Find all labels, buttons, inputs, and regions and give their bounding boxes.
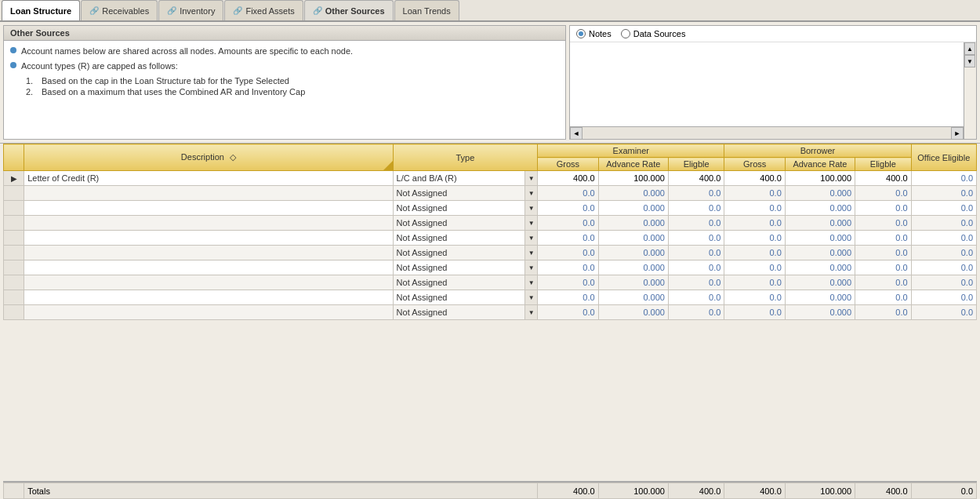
row-ex-gross[interactable]: 0.0 (538, 231, 598, 246)
row-office-eligible[interactable]: 0.0 (911, 260, 976, 275)
row-ex-eligible[interactable]: 0.0 (668, 305, 724, 320)
row-ex-eligible[interactable]: 400.0 (668, 171, 724, 186)
row-ex-adv-rate[interactable]: 0.000 (598, 231, 668, 246)
row-ex-eligible[interactable]: 0.0 (668, 186, 724, 201)
row-ex-eligible[interactable]: 0.0 (668, 201, 724, 216)
row-ex-adv-rate[interactable]: 0.000 (598, 275, 668, 290)
row-bo-eligible[interactable]: 0.0 (855, 290, 911, 305)
row-bo-gross[interactable]: 0.0 (724, 260, 785, 275)
row-type[interactable]: Not Assigned▼ (393, 246, 538, 260)
row-description[interactable] (24, 216, 393, 231)
row-ex-gross[interactable]: 0.0 (538, 246, 598, 260)
row-description[interactable] (24, 305, 393, 320)
row-description[interactable] (24, 290, 393, 305)
row-description[interactable] (24, 275, 393, 290)
row-ex-eligible[interactable]: 0.0 (668, 290, 724, 305)
scroll-left-arrow[interactable]: ◄ (570, 127, 583, 140)
notes-textarea[interactable] (570, 42, 964, 126)
row-bo-adv-rate[interactable]: 0.000 (785, 246, 855, 260)
row-bo-gross[interactable]: 400.0 (724, 171, 785, 186)
row-office-eligible[interactable]: 0.0 (911, 305, 976, 320)
row-ex-eligible[interactable]: 0.0 (668, 231, 724, 246)
row-bo-gross[interactable]: 0.0 (724, 246, 785, 260)
type-dropdown-button[interactable]: ▼ (524, 275, 537, 290)
row-bo-gross[interactable]: 0.0 (724, 186, 785, 201)
row-office-eligible[interactable]: 0.0 (911, 171, 976, 186)
scroll-down-arrow[interactable]: ▼ (964, 55, 975, 67)
row-bo-gross[interactable]: 0.0 (724, 305, 785, 320)
row-ex-gross[interactable]: 0.0 (538, 216, 598, 231)
row-ex-gross[interactable]: 0.0 (538, 260, 598, 275)
row-ex-adv-rate[interactable]: 0.000 (598, 305, 668, 320)
scroll-up-arrow[interactable]: ▲ (964, 42, 975, 55)
row-office-eligible[interactable]: 0.0 (911, 201, 976, 216)
row-bo-eligible[interactable]: 0.0 (855, 246, 911, 260)
data-sources-radio[interactable]: Data Sources (621, 29, 686, 38)
col-header-description[interactable]: Description ◇ (24, 144, 393, 171)
type-dropdown-button[interactable]: ▼ (524, 231, 537, 245)
row-bo-eligible[interactable]: 0.0 (855, 186, 911, 201)
type-dropdown-button[interactable]: ▼ (524, 186, 537, 200)
tab-loan-trends[interactable]: Loan Trends (394, 0, 459, 20)
row-bo-gross[interactable]: 0.0 (724, 275, 785, 290)
row-bo-eligible[interactable]: 0.0 (855, 305, 911, 320)
tab-loan-structure[interactable]: Loan Structure (2, 0, 80, 20)
row-office-eligible[interactable]: 0.0 (911, 275, 976, 290)
row-ex-adv-rate[interactable]: 0.000 (598, 246, 668, 260)
row-type[interactable]: Not Assigned▼ (393, 231, 538, 246)
tab-receivables[interactable]: 🔗 Receivables (81, 0, 158, 20)
row-bo-adv-rate[interactable]: 0.000 (785, 275, 855, 290)
row-ex-adv-rate[interactable]: 0.000 (598, 260, 668, 275)
row-ex-gross[interactable]: 0.0 (538, 290, 598, 305)
row-description[interactable] (24, 246, 393, 260)
row-bo-adv-rate[interactable]: 0.000 (785, 305, 855, 320)
row-bo-gross[interactable]: 0.0 (724, 290, 785, 305)
row-ex-adv-rate[interactable]: 0.000 (598, 186, 668, 201)
row-ex-eligible[interactable]: 0.0 (668, 275, 724, 290)
row-bo-adv-rate[interactable]: 0.000 (785, 216, 855, 231)
type-dropdown-button[interactable]: ▼ (524, 305, 537, 319)
row-bo-eligible[interactable]: 0.0 (855, 260, 911, 275)
notes-scrollbar-vertical[interactable]: ▲ ▼ (964, 42, 976, 139)
type-dropdown-button[interactable]: ▼ (524, 246, 537, 260)
row-type[interactable]: Not Assigned▼ (393, 305, 538, 320)
row-bo-eligible[interactable]: 0.0 (855, 216, 911, 231)
row-type[interactable]: Not Assigned▼ (393, 260, 538, 275)
row-type[interactable]: Not Assigned▼ (393, 186, 538, 201)
row-expand-arrow[interactable]: ▶ (4, 171, 24, 186)
row-bo-eligible[interactable]: 0.0 (855, 275, 911, 290)
tab-inventory[interactable]: 🔗 Inventory (158, 0, 223, 20)
notes-scrollbar-horizontal[interactable]: ◄ ► (570, 126, 964, 139)
row-bo-eligible[interactable]: 400.0 (855, 171, 911, 186)
row-bo-adv-rate[interactable]: 0.000 (785, 201, 855, 216)
type-dropdown-button[interactable]: ▼ (524, 260, 537, 275)
row-bo-adv-rate[interactable]: 0.000 (785, 231, 855, 246)
row-description[interactable] (24, 231, 393, 246)
scroll-right-arrow[interactable]: ► (951, 127, 964, 140)
row-office-eligible[interactable]: 0.0 (911, 231, 976, 246)
tab-fixed-assets[interactable]: 🔗 Fixed Assets (224, 0, 303, 20)
row-ex-gross[interactable]: 0.0 (538, 201, 598, 216)
row-office-eligible[interactable]: 0.0 (911, 290, 976, 305)
type-dropdown-button[interactable]: ▼ (524, 201, 537, 215)
tab-other-sources[interactable]: 🔗 Other Sources (304, 0, 394, 20)
row-ex-eligible[interactable]: 0.0 (668, 216, 724, 231)
row-description[interactable]: Letter of Credit (R) (24, 171, 393, 186)
row-office-eligible[interactable]: 0.0 (911, 216, 976, 231)
row-ex-eligible[interactable]: 0.0 (668, 260, 724, 275)
row-bo-adv-rate[interactable]: 0.000 (785, 290, 855, 305)
row-bo-gross[interactable]: 0.0 (724, 216, 785, 231)
sort-icon[interactable]: ◇ (230, 152, 236, 162)
row-bo-eligible[interactable]: 0.0 (855, 201, 911, 216)
row-ex-gross[interactable]: 0.0 (538, 275, 598, 290)
row-bo-adv-rate[interactable]: 0.000 (785, 260, 855, 275)
row-bo-gross[interactable]: 0.0 (724, 231, 785, 246)
row-bo-gross[interactable]: 0.0 (724, 201, 785, 216)
row-bo-adv-rate[interactable]: 100.000 (785, 171, 855, 186)
row-ex-adv-rate[interactable]: 0.000 (598, 216, 668, 231)
row-office-eligible[interactable]: 0.0 (911, 186, 976, 201)
row-ex-gross[interactable]: 0.0 (538, 186, 598, 201)
row-office-eligible[interactable]: 0.0 (911, 246, 976, 260)
row-ex-eligible[interactable]: 0.0 (668, 246, 724, 260)
row-ex-adv-rate[interactable]: 100.000 (598, 171, 668, 186)
